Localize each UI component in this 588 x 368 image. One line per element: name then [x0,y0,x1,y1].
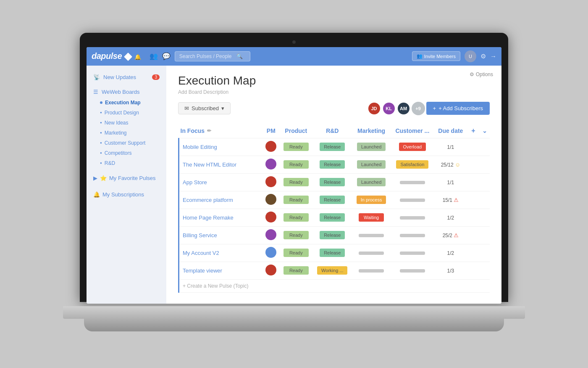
sidebar-item-marketing[interactable]: ● Marketing [87,128,166,138]
rnd-status[interactable]: Release [320,178,345,186]
product-cell[interactable]: Ready [279,138,312,156]
rnd-cell[interactable]: Release [312,173,352,191]
product-cell[interactable]: Ready [279,209,312,226]
pm-avatar[interactable] [265,265,276,275]
pulse-name[interactable]: Ecommerce platform [183,197,233,203]
options-button[interactable]: ⚙ Options [470,71,493,77]
pulse-name[interactable]: Mobile Editing [183,144,217,150]
customer-cell[interactable] [391,262,434,279]
pm-avatar[interactable] [265,194,276,205]
rnd-cell[interactable]: Release [312,226,352,244]
product-cell[interactable]: Ready [279,173,312,191]
subscriber-avatar-3[interactable]: AM [397,102,410,115]
marketing-cell[interactable]: Launched [352,156,391,173]
product-status[interactable]: Ready [284,213,309,222]
sidebar-item-subscriptions[interactable]: 🔔 My Subscriptions [87,188,166,201]
pulse-name[interactable]: Home Page Remake [183,214,234,221]
product-status[interactable]: Ready [284,160,309,169]
sidebar-item-new-ideas[interactable]: ● New Ideas [87,118,166,128]
pulse-name[interactable]: App Store [183,179,207,185]
marketing-cell[interactable] [352,226,391,244]
marketing-cell[interactable]: Launched [352,173,391,191]
logout-icon[interactable]: → [490,53,496,60]
pm-avatar[interactable] [265,159,276,169]
subscriber-avatar-2[interactable]: KL [382,102,396,115]
product-status[interactable]: Ready [284,249,309,257]
rnd-status[interactable]: Release [320,213,345,222]
marketing-cell[interactable] [352,262,391,279]
product-cell[interactable]: Ready [279,226,312,244]
sidebar-item-new-updates[interactable]: 📡 New Updates 3 [87,71,166,83]
subscribed-button[interactable]: ✉ Subscribed ▾ [178,102,231,114]
rnd-cell[interactable]: Release [312,209,352,226]
product-status[interactable]: Ready [284,196,309,204]
add-column-button[interactable]: + [470,127,477,134]
marketing-status[interactable]: Launched [357,160,386,169]
invite-members-button[interactable]: 👥 Invite Members [412,51,460,61]
marketing-status[interactable]: Launched [357,178,386,186]
pulse-name[interactable]: Template viewer [183,267,222,274]
user-avatar[interactable]: U [465,50,476,62]
rnd-cell[interactable]: Release [312,191,352,209]
sidebar-item-customer-support[interactable]: ● Customer Support [87,138,166,148]
rnd-cell[interactable]: Working ... [312,262,352,279]
rnd-cell[interactable]: Release [312,138,352,156]
rnd-status[interactable]: Release [320,196,345,204]
pulse-name[interactable]: Billing Service [183,232,217,238]
marketing-cell[interactable]: Launched [352,138,391,156]
product-status[interactable]: Ready [284,266,309,275]
customer-cell[interactable] [391,173,434,191]
customer-cell[interactable]: Satisfaction [391,156,434,173]
marketing-status[interactable]: Waiting [359,213,384,222]
sidebar-item-rnd[interactable]: ● R&D [87,158,166,168]
rnd-status[interactable]: Release [320,249,345,257]
product-status[interactable]: Ready [284,143,309,151]
search-input[interactable] [179,53,234,59]
sidebar-item-competitors[interactable]: ● Competitors [87,148,166,158]
rnd-status[interactable]: Working ... [317,266,347,275]
marketing-cell[interactable]: Waiting [352,209,391,226]
rnd-status[interactable]: Release [320,160,345,169]
product-cell[interactable]: Ready [279,262,312,279]
create-pulse-cell[interactable]: + Create a New Pulse (Topic) [179,279,490,292]
pulse-name[interactable]: My Account V2 [183,250,219,256]
sidebar-item-product-design[interactable]: ● Product Design [87,108,166,118]
marketing-cell[interactable]: In process [352,191,391,209]
chat-icon[interactable]: 💬 [162,52,171,60]
marketing-status[interactable]: Launched [357,143,386,151]
pm-avatar[interactable] [265,229,276,240]
add-subscribers-button[interactable]: + + Add Subscribers [426,102,490,115]
product-cell[interactable]: Ready [279,244,312,262]
subscriber-count[interactable]: +9 [412,102,425,115]
product-status[interactable]: Ready [284,231,309,239]
sidebar-item-boards[interactable]: ☰ WeWeb Boards [87,86,166,98]
sidebar-item-favorites[interactable]: ▶ ⭐ My Favorite Pulses [87,172,166,185]
sidebar-item-execution-map[interactable]: Execution Map [87,98,166,108]
product-cell[interactable]: Ready [279,191,312,209]
search-box[interactable]: 🔍 [175,51,250,61]
customer-cell[interactable] [391,209,434,226]
product-status[interactable]: Ready [284,178,309,186]
customer-cell[interactable] [391,191,434,209]
people-icon[interactable]: 👥 [150,52,158,60]
pm-avatar[interactable] [265,141,276,152]
pm-avatar[interactable] [265,247,276,258]
customer-status[interactable]: Satisfaction [396,160,428,169]
pulse-name[interactable]: The New HTML Editor [183,161,236,168]
board-description[interactable]: Add Board Description [178,89,490,95]
rnd-status[interactable]: Release [320,231,345,239]
customer-status[interactable]: Overload [399,143,426,151]
rnd-cell[interactable]: Release [312,156,352,173]
marketing-cell[interactable] [352,244,391,262]
customer-cell[interactable]: Overload [391,138,434,156]
customer-cell[interactable] [391,244,434,262]
rnd-status[interactable]: Release [320,143,345,151]
pm-avatar[interactable] [265,212,276,222]
product-cell[interactable]: Ready [279,156,312,173]
rnd-cell[interactable]: Release [312,244,352,262]
create-pulse-row[interactable]: + Create a New Pulse (Topic) [179,279,490,292]
customer-cell[interactable] [391,226,434,244]
settings-icon[interactable]: ⚙ [480,53,486,60]
collapse-section-button[interactable]: ⌄ [482,127,487,134]
section-edit-icon[interactable]: ✏ [207,128,211,134]
